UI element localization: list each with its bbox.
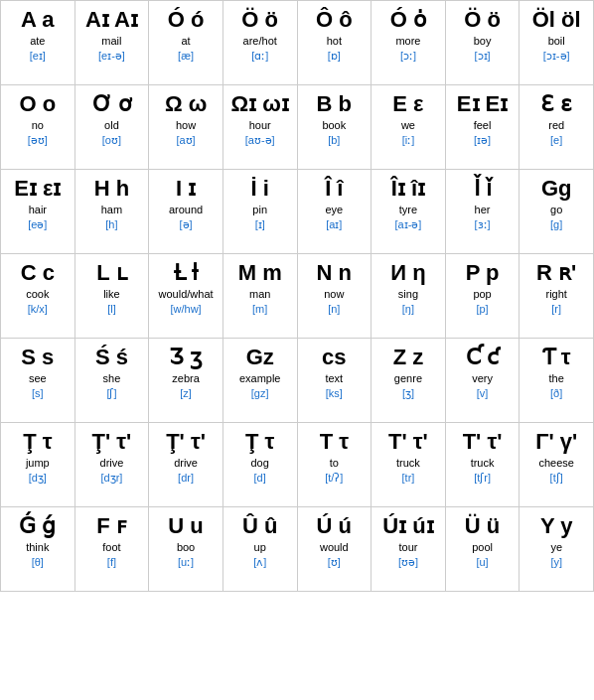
cell-word-14: feel xyxy=(474,119,492,132)
cell-word-47: cheese xyxy=(538,457,573,470)
cell-phoneme-19: [ɪ] xyxy=(255,218,265,231)
cell-word-42: drive xyxy=(174,457,198,470)
cell-12: B bbook[b] xyxy=(298,85,372,170)
cell-letter-14: Eɪ Eɪ xyxy=(457,91,508,117)
cell-word-29: sing xyxy=(398,288,418,301)
cell-word-55: ye xyxy=(550,541,562,554)
cell-letter-50: U u xyxy=(168,513,203,539)
cell-51: Û ûup[ʌ] xyxy=(223,507,298,592)
cell-word-22: her xyxy=(475,204,491,216)
cell-word-39: the xyxy=(549,372,564,385)
cell-word-4: hot xyxy=(327,35,342,48)
cell-14: Eɪ Eɪfeel[ɪə] xyxy=(446,85,520,170)
cell-phoneme-9: [oʊ] xyxy=(102,134,121,147)
cell-word-44: to xyxy=(330,457,339,470)
cell-52: Ú úwould[ʊ] xyxy=(298,507,372,592)
cell-4: Ô ôhot[ɒ] xyxy=(298,1,372,85)
cell-letter-30: P p xyxy=(466,260,500,286)
cell-3: Ö öare/hot[ɑː] xyxy=(223,1,298,85)
cell-word-38: very xyxy=(472,372,493,385)
cell-word-30: pop xyxy=(473,288,491,301)
cell-letter-27: M m xyxy=(238,260,282,286)
cell-letter-53: Úɪ úɪ xyxy=(382,513,433,539)
cell-letter-47: Γ' γ' xyxy=(535,429,577,455)
cell-8: O ono[əʊ] xyxy=(1,85,75,170)
cell-letter-37: Z z xyxy=(393,345,424,370)
cell-phoneme-17: [h] xyxy=(105,218,117,231)
cell-letter-52: Ú ú xyxy=(317,513,352,539)
cell-word-49: foot xyxy=(102,541,120,554)
cell-word-27: man xyxy=(249,288,270,301)
cell-53: Úɪ úɪtour[ʊə] xyxy=(371,507,446,592)
cell-letter-19: İ i xyxy=(251,176,269,202)
cell-phoneme-20: [aɪ] xyxy=(326,218,342,231)
cell-word-13: we xyxy=(401,119,415,132)
cell-phoneme-4: [ɒ] xyxy=(328,50,341,63)
cell-word-32: see xyxy=(29,372,47,385)
cell-phoneme-28: [n] xyxy=(328,303,340,316)
cell-phoneme-49: [f] xyxy=(107,556,116,569)
cell-phoneme-30: [p] xyxy=(476,303,488,316)
cell-word-16: hair xyxy=(29,204,47,216)
cell-2: Ó óat[æ] xyxy=(149,1,223,85)
cell-word-34: zebra xyxy=(172,372,200,385)
cell-phoneme-39: [ð] xyxy=(550,387,562,400)
cell-7: Öl ölboil[ɔɪ-ə] xyxy=(520,1,594,85)
cell-44: Τ τto[t/ʔ] xyxy=(298,423,372,507)
cell-word-17: ham xyxy=(101,204,122,216)
cell-49: F ꜰfoot[f] xyxy=(75,507,150,592)
cell-letter-15: Ɛ ɛ xyxy=(540,91,572,117)
cell-phoneme-35: [gz] xyxy=(251,387,269,400)
cell-phoneme-8: [əʊ] xyxy=(28,134,48,147)
cell-word-24: cook xyxy=(26,288,49,301)
cell-phoneme-52: [ʊ] xyxy=(328,556,341,569)
cell-word-20: eye xyxy=(325,204,343,216)
cell-word-43: dog xyxy=(251,457,269,470)
cell-letter-38: Ƈ ƈ xyxy=(466,345,499,370)
cell-46: T' τ'truck[tʃr] xyxy=(446,423,520,507)
cell-word-40: jump xyxy=(26,457,50,470)
cell-word-51: up xyxy=(254,541,266,554)
cell-45: T' τ'truck[tr] xyxy=(371,423,446,507)
cell-letter-44: Τ τ xyxy=(320,429,349,455)
cell-phoneme-51: [ʌ] xyxy=(253,556,266,569)
cell-letter-33: Ś ś xyxy=(95,345,128,370)
cell-24: C ccook[k/x] xyxy=(1,254,75,339)
cell-letter-55: Y y xyxy=(540,513,573,539)
cell-19: İ ipin[ɪ] xyxy=(223,170,298,254)
cell-word-7: boil xyxy=(548,35,565,48)
cell-55: Y yye[y] xyxy=(520,507,594,592)
cell-letter-36: cs xyxy=(322,345,346,370)
cell-54: Ü üpool[u] xyxy=(446,507,520,592)
cell-letter-9: Ơ ơ xyxy=(92,91,131,117)
cell-letter-1: Aɪ Aɪ xyxy=(85,7,138,33)
cell-word-46: truck xyxy=(471,457,495,470)
cell-letter-51: Û û xyxy=(242,513,277,539)
cell-29: И ηsing[ŋ] xyxy=(371,254,446,339)
cell-phoneme-48: [θ] xyxy=(32,556,44,569)
cell-phoneme-34: [z] xyxy=(180,387,192,400)
cell-9: Ơ ơold[oʊ] xyxy=(75,85,150,170)
cell-phoneme-11: [aʊ-ə] xyxy=(245,134,275,147)
cell-phoneme-5: [ɔː] xyxy=(400,50,416,63)
cell-28: N nnow[n] xyxy=(298,254,372,339)
cell-phoneme-22: [ɜː] xyxy=(475,218,491,231)
cell-phoneme-21: [aɪ-ə] xyxy=(394,218,421,231)
cell-letter-20: Î î xyxy=(325,176,343,202)
cell-letter-49: F ꜰ xyxy=(96,513,127,539)
cell-phoneme-53: [ʊə] xyxy=(398,556,418,569)
cell-word-10: how xyxy=(176,119,196,132)
cell-phoneme-6: [ɔɪ] xyxy=(475,50,491,63)
cell-letter-23: Gg xyxy=(541,176,572,202)
cell-phoneme-7: [ɔɪ-ə] xyxy=(543,50,570,63)
cell-phoneme-43: [d] xyxy=(254,472,266,485)
cell-letter-4: Ô ô xyxy=(316,7,353,33)
cell-39: Ƭ τthe[ð] xyxy=(520,339,594,423)
cell-34: Ʒ ʒzebra[z] xyxy=(149,339,223,423)
cell-word-6: boy xyxy=(474,35,492,48)
cell-letter-25: L ʟ xyxy=(96,260,126,286)
cell-letter-16: Eɪ εɪ xyxy=(14,176,61,202)
cell-word-26: would/what xyxy=(159,288,214,301)
cell-phoneme-38: [v] xyxy=(477,387,489,400)
cell-letter-5: Ó ȯ xyxy=(390,7,426,33)
